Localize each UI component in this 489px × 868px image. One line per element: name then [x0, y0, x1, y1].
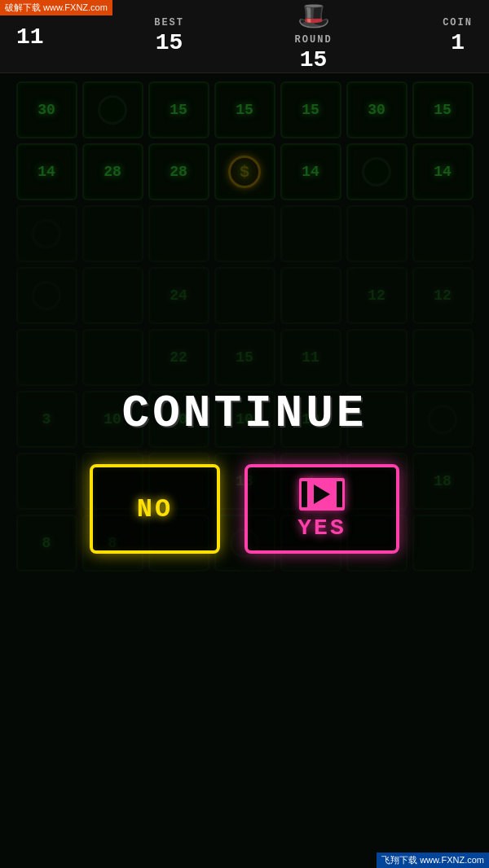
yes-label: YES — [297, 515, 346, 541]
coin-section: COIN 1 — [443, 17, 473, 55]
coin-value: 1 — [451, 30, 465, 55]
continue-dialog: CONTINUE NO YES — [90, 388, 399, 554]
film-icon — [299, 478, 345, 511]
best-label: BEST — [154, 17, 184, 28]
buttons-row: NO YES — [90, 464, 399, 554]
hat-icon: 🎩 — [297, 0, 330, 33]
round-section: 🎩 ROUND 15 — [295, 0, 333, 72]
game-area: 30 15 15 15 30 15 14 28 28 $ 14 14 — [0, 73, 489, 868]
watermark-bottom: 飞翔下载 www.FXNZ.com — [377, 853, 489, 868]
no-label: NO — [137, 494, 173, 524]
best-section: BEST 15 — [154, 17, 184, 55]
score-section: 11 — [16, 23, 44, 50]
coin-label: COIN — [443, 17, 473, 28]
score-value: 11 — [16, 24, 44, 50]
continue-title: CONTINUE — [122, 388, 368, 440]
play-icon — [314, 484, 330, 504]
round-value: 15 — [300, 47, 328, 72]
best-value: 15 — [156, 30, 183, 55]
watermark-top: 破解下载 www.FXNZ.com — [0, 0, 112, 15]
no-button[interactable]: NO — [90, 464, 220, 554]
yes-button[interactable]: YES — [244, 464, 399, 554]
round-label: ROUND — [295, 34, 333, 46]
